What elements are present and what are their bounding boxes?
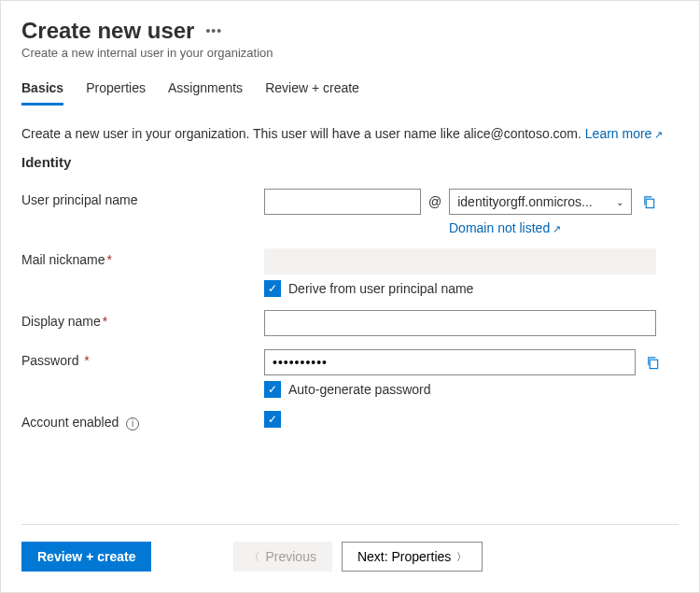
- display-name-input[interactable]: [264, 310, 656, 336]
- svg-rect-0: [646, 199, 653, 207]
- tab-assignments[interactable]: Assignments: [168, 80, 243, 106]
- row-mail-nickname: Mail nickname* ✓ Derive from user princi…: [21, 248, 679, 297]
- required-indicator: *: [106, 252, 111, 267]
- create-user-panel: Create new user ••• Create a new interna…: [0, 0, 700, 593]
- label-display-name: Display name*: [21, 310, 264, 329]
- external-link-icon: ↗: [654, 129, 663, 140]
- tab-properties[interactable]: Properties: [86, 80, 146, 106]
- domain-not-listed-link[interactable]: Domain not listed↗: [449, 220, 679, 235]
- review-create-button[interactable]: Review + create: [21, 542, 151, 572]
- tab-basics[interactable]: Basics: [21, 80, 63, 106]
- next-button[interactable]: Next: Properties 〉: [342, 542, 483, 572]
- previous-button: 〈 Previous: [233, 542, 331, 572]
- copy-icon: [642, 195, 656, 209]
- description-text: Create a new user in your organization. …: [21, 126, 585, 141]
- chevron-left-icon: 〈: [249, 550, 259, 564]
- tabs: Basics Properties Assignments Review + c…: [21, 80, 679, 106]
- tab-review-create[interactable]: Review + create: [265, 80, 359, 106]
- page-subtitle: Create a new internal user in your organ…: [21, 46, 679, 60]
- header: Create new user ••• Create a new interna…: [21, 18, 679, 60]
- chevron-down-icon: ⌄: [616, 197, 623, 207]
- derive-mail-nickname-checkbox[interactable]: ✓: [264, 280, 281, 297]
- svg-rect-1: [650, 360, 657, 368]
- label-account-enabled: Account enabled i: [21, 411, 264, 431]
- section-identity-title: Identity: [21, 154, 679, 170]
- required-indicator: *: [103, 314, 107, 329]
- auto-generate-password-label: Auto-generate password: [288, 382, 431, 397]
- account-enabled-checkbox[interactable]: ✓: [264, 411, 281, 428]
- upn-at-symbol: @: [428, 194, 441, 209]
- label-password: Password *: [21, 349, 264, 368]
- learn-more-link[interactable]: Learn more↗: [585, 126, 664, 141]
- row-password: Password * ✓ Auto-generate password: [21, 349, 679, 398]
- upn-localpart-input[interactable]: [264, 189, 421, 215]
- checkmark-icon: ✓: [268, 282, 277, 295]
- chevron-right-icon: 〉: [456, 550, 467, 564]
- copy-icon: [646, 356, 660, 370]
- row-user-principal-name: User principal name @ identityorgff.onmi…: [21, 189, 679, 235]
- row-display-name: Display name*: [21, 310, 679, 336]
- label-user-principal-name: User principal name: [21, 189, 264, 207]
- checkmark-icon: ✓: [268, 383, 277, 396]
- derive-mail-nickname-label: Derive from user principal name: [288, 281, 473, 296]
- label-mail-nickname: Mail nickname*: [21, 248, 264, 267]
- more-icon[interactable]: •••: [205, 23, 222, 38]
- row-account-enabled: Account enabled i ✓: [21, 411, 679, 431]
- copy-upn-button[interactable]: [639, 192, 658, 211]
- footer: Review + create 〈 Previous Next: Propert…: [1, 511, 699, 592]
- upn-domain-select[interactable]: identityorgff.onmicros... ⌄: [449, 189, 632, 215]
- upn-domain-value: identityorgff.onmicros...: [457, 194, 592, 209]
- auto-generate-password-checkbox[interactable]: ✓: [264, 381, 281, 398]
- page-title: Create new user: [21, 18, 194, 44]
- checkmark-icon: ✓: [268, 413, 277, 426]
- description: Create a new user in your organization. …: [21, 126, 679, 141]
- required-indicator: *: [80, 353, 89, 368]
- external-link-icon: ↗: [553, 223, 561, 234]
- footer-separator: [21, 524, 679, 525]
- copy-password-button[interactable]: [643, 353, 662, 372]
- password-input[interactable]: [264, 349, 636, 375]
- mail-nickname-input: [264, 248, 656, 275]
- info-icon[interactable]: i: [126, 417, 139, 431]
